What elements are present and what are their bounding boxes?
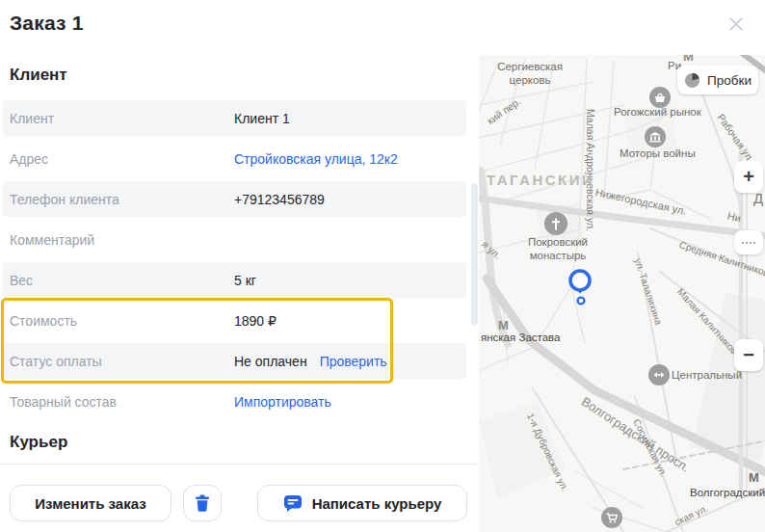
import-items-link[interactable]: Импортировать: [234, 394, 331, 410]
field-row-weight: Вес 5 кг: [3, 262, 466, 298]
field-value-phone: +79123456789: [234, 192, 325, 207]
monastery-cross-icon: [544, 212, 567, 235]
transit-hub-icon: [648, 364, 670, 386]
chat-icon: [283, 493, 303, 513]
message-courier-label: Написать курьеру: [312, 495, 442, 512]
field-label-phone: Телефон клиента: [10, 192, 234, 207]
field-row-comment: Комментарий: [3, 222, 466, 257]
field-row-client: Клиент Клиент 1: [3, 100, 466, 136]
zoom-in-button[interactable]: +: [734, 161, 763, 193]
field-label-address: Адрес: [10, 151, 234, 167]
field-value-payment-status: Не оплачен: [234, 354, 307, 369]
map-roads: [479, 55, 765, 532]
field-value-client: Клиент 1: [234, 111, 290, 126]
field-label-price: Стоимость: [10, 313, 234, 329]
field-value-weight: 5 кг: [234, 273, 256, 288]
field-row-phone: Телефон клиента +79123456789: [3, 181, 466, 217]
order-fields: Клиент Клиент 1 Адрес Стройковская улица…: [3, 100, 466, 424]
traffic-light-icon: [684, 72, 700, 89]
delete-order-button[interactable]: [183, 485, 222, 521]
footer-actions: Изменить заказ Написать курьеру: [0, 485, 479, 521]
order-details-panel: Заказ 1 Клиент Клиент Клиент 1 Адрес Стр…: [0, 0, 479, 532]
ruler-dot: [753, 242, 755, 244]
address-link[interactable]: Стройковская улица, 12к2: [234, 151, 398, 167]
footer-divider: [0, 464, 479, 465]
traffic-toggle-button[interactable]: Пробки: [677, 66, 758, 94]
ruler-icon[interactable]: [734, 230, 763, 254]
message-courier-button[interactable]: Написать курьеру: [257, 485, 467, 521]
field-row-price: Стоимость 1890 ₽: [3, 303, 466, 338]
field-row-payment-status: Статус оплаты Не оплачен Проверить: [3, 343, 466, 379]
map-canvas[interactable]: Сергиевская церковь кий пер. Малая Андро…: [479, 55, 765, 532]
page-title: Заказ 1: [10, 12, 84, 35]
section-header-courier: Курьер: [10, 433, 67, 452]
shopping-cart-icon: [601, 507, 622, 528]
edit-order-label: Изменить заказ: [35, 495, 145, 512]
check-payment-link[interactable]: Проверить: [320, 354, 387, 369]
ruler-dot: [750, 242, 752, 244]
field-label-payment-status: Статус оплаты: [10, 354, 234, 369]
field-row-items: Товарный состав Импортировать: [3, 384, 466, 419]
field-label-comment: Комментарий: [10, 232, 234, 248]
market-icon: [649, 87, 671, 108]
field-label-client: Клиент: [10, 111, 234, 126]
ruler-dot: [742, 242, 744, 244]
field-label-weight: Вес: [10, 273, 234, 288]
field-label-items: Товарный состав: [10, 394, 234, 410]
field-value-price: 1890 ₽: [234, 313, 277, 329]
close-icon[interactable]: [724, 12, 749, 37]
traffic-toggle-label: Пробки: [707, 73, 752, 88]
zoom-out-button[interactable]: −: [734, 339, 763, 371]
section-header-client: Клиент: [10, 66, 67, 85]
field-row-address: Адрес Стройковская улица, 12к2: [3, 141, 466, 176]
edit-order-button[interactable]: Изменить заказ: [10, 485, 171, 521]
trash-icon: [195, 494, 210, 512]
museum-icon: [645, 126, 666, 147]
panel-scrollbar[interactable]: [471, 183, 478, 325]
ruler-dot: [746, 242, 748, 244]
